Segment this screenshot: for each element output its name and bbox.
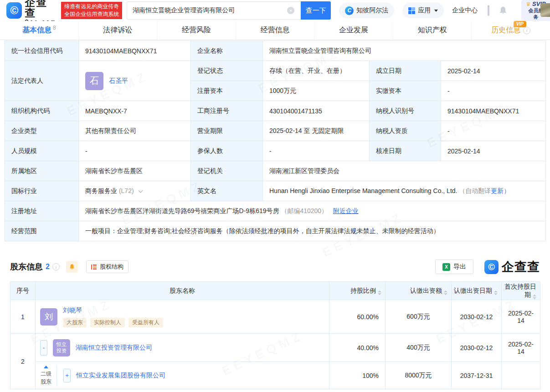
shareholder-link[interactable]: 恒立实业发展集团股份有限公司 [76, 372, 165, 380]
col-date-sort[interactable]: 认缴出资日期 [452, 282, 502, 300]
tab-operation-info[interactable]: 经营信息 [236, 21, 315, 40]
biz-reg-no-value: 430104001471135 [263, 101, 370, 121]
establish-date-value: 2025-02-14 [441, 61, 546, 81]
row1-date: 2030-02-12 [452, 300, 502, 334]
zhibi-alpha-icon: C [345, 6, 354, 15]
tab-legal-litigation[interactable]: 法律诉讼 [79, 21, 158, 40]
org-code-label: 组织机构代码 [5, 101, 79, 121]
shareholders-header: 股东信息 2 i 股权结构 X 导出 © 企查查 [10, 259, 540, 275]
apps-grid-icon [408, 7, 415, 14]
equity-chart-icon [91, 264, 97, 270]
tag-actual-controller: 实际控制人 [90, 318, 125, 327]
shareholder-avatar: 恒立 投资 [53, 339, 70, 356]
collapse-button[interactable]: - [40, 340, 47, 356]
shareholders-count: 2 [46, 263, 50, 271]
legal-rep-avatar: 石 [85, 72, 103, 90]
equity-structure-button[interactable]: 股权结构 [86, 260, 129, 273]
sort-icon [533, 295, 536, 299]
subrow-ratio: 100% [329, 362, 386, 389]
search-bar: × 查一下 [127, 1, 331, 20]
tab-company-development[interactable]: 企业发展 [314, 21, 393, 40]
tab-basic-info[interactable]: 基本信息 8 [0, 21, 79, 40]
crown-icon: ♛ [526, 1, 531, 8]
reg-authority-label: 登记机关 [191, 161, 263, 181]
history-info-icon[interactable]: i [523, 27, 530, 34]
mobile-app-icon[interactable] [488, 5, 489, 16]
table-row: 法定代表人 石 石圣平 登记状态 存续（在营、开业、在册） 成立日期 2025-… [5, 61, 546, 81]
second-level-text: 二级股东 [40, 370, 52, 386]
reg-authority-value: 湖南湘江新区管理委员会 [263, 161, 546, 181]
industry-expand-icon[interactable] [139, 188, 143, 193]
industry-code: (L72) [119, 187, 134, 194]
nearby-companies-link[interactable]: 附近企业 [333, 207, 359, 214]
col-first-date-sort[interactable]: 首次持股日期 [502, 282, 540, 300]
shareholders-info-icon[interactable]: i [52, 263, 60, 270]
reg-capital-label: 注册资本 [191, 81, 263, 101]
col-amount-label: 认缴出资额 [410, 287, 442, 294]
reg-status-label: 登记状态 [191, 61, 263, 81]
reg-capital-value: 1000万元 [263, 81, 370, 101]
shareholders-table-header: 序号 股东名称 持股比例 认缴出资额 认缴出资日期 首次持股日期 [10, 282, 540, 300]
approval-date-value: 2025-02-14 [441, 141, 546, 161]
col-no: 序号 [10, 282, 36, 300]
caret-down-icon [434, 10, 438, 12]
apps-menu-button[interactable]: 应用 [402, 3, 444, 18]
apps-label: 应用 [418, 6, 431, 15]
shareholders-section: 股东信息 2 i 股权结构 X 导出 © 企查查 序号 [0, 259, 550, 389]
insured-count-value: - [263, 141, 370, 161]
tab-history-info[interactable]: VIP 历史信息 i [472, 21, 550, 40]
biz-scope-value: 一般项目：企业管理;财务咨询;社会经济咨询服务（除依法须经批准的项目外，自主开展… [79, 221, 546, 241]
enterprise-center-link[interactable]: 企业中心 [452, 6, 478, 15]
clear-glyph: × [289, 8, 292, 13]
notification-bell-icon[interactable] [499, 6, 508, 15]
triangle-up-icon[interactable] [44, 366, 48, 368]
logo-title: 企查查 [25, 0, 57, 18]
tab-legal-litigation-label: 法律诉讼 [103, 25, 132, 35]
tab-operation-risk[interactable]: 经营风险 [157, 21, 236, 40]
qcc-logo[interactable]: © 企查查 Qcc.com [6, 0, 57, 24]
legal-rep-label: 法定代表人 [5, 61, 79, 101]
subrow-name-cell: 二级股东 + 恒立实业发展集团股份有限公司 [36, 362, 329, 389]
table-row: 国标行业 商务服务业 (L72) 英文名 Hunan Hengli Jinxia… [5, 181, 546, 201]
shareholder-avatar: 刘 [40, 308, 57, 326]
translate-update-link[interactable]: 更新） [491, 187, 510, 194]
shareholder-link[interactable]: 湖南恒立投资管理有限公司 [76, 344, 152, 352]
sort-icon [494, 290, 498, 295]
tab-intellectual-property-label: 知识产权 [418, 25, 447, 35]
row2-amount: 400万元 [386, 334, 452, 362]
equity-structure-label: 股权结构 [100, 263, 123, 271]
tab-intellectual-property[interactable]: 知识产权 [393, 21, 472, 40]
search-button[interactable]: 查一下 [301, 1, 331, 20]
company-tab-bar: 基本信息 8 法律诉讼 经营风险 经营信息 企业发展 知识产权 VIP 历史信息… [0, 21, 550, 40]
table-row: 组织机构代码 MAEBQNXX-7 工商注册号 430104001471135 … [5, 101, 546, 121]
col-ratio-sort[interactable]: 持股比例 [329, 282, 386, 300]
table-row: 企业类型 其他有限责任公司 营业期限 2025-02-14 至 无固定期限 纳税… [5, 121, 546, 141]
industry-label: 国标行业 [5, 181, 79, 201]
sort-icon [378, 290, 381, 295]
establish-date-label: 成立日期 [370, 61, 441, 81]
user-avatar[interactable] [540, 3, 550, 17]
staff-size-label: 人员规模 [5, 141, 79, 161]
monitor-bell-button[interactable] [66, 261, 78, 273]
expand-button[interactable]: + [63, 369, 71, 382]
shareholders-title: 股东信息 [10, 261, 43, 272]
row2-date: 2030-02-12 [452, 334, 502, 362]
shareholder-subrow: 二级股东 + 恒立实业发展集团股份有限公司 100% 8000万元 2037-1… [10, 362, 540, 389]
legal-rep-link[interactable]: 石圣平 [109, 77, 128, 85]
avatar-line2: 投资 [57, 348, 67, 354]
biz-term-label: 营业期限 [191, 121, 263, 141]
shareholder-row-2: 2 - 恒立 投资 湖南恒立投资管理有限公司 40.00% 400万元 2030… [10, 334, 540, 362]
company-type-label: 企业类型 [5, 121, 79, 141]
english-name-cell: Hunan Hengli Jinxiao Enterprise Manageme… [263, 181, 546, 201]
zhibi-alpha-button[interactable]: C 知彼阿尔法 [339, 3, 394, 18]
export-button[interactable]: X 导出 [435, 260, 473, 274]
legal-rep-cell: 石 石圣平 [79, 61, 191, 101]
company-name-value: 湖南恒立晋晓企业管理咨询有限公司 [263, 41, 546, 61]
tab-operation-info-label: 经营信息 [261, 25, 290, 35]
org-code-value: MAEBQNXX-7 [79, 101, 191, 121]
table-row: 人员规模 - 参保人数 - 核准日期 2025-02-14 [5, 141, 546, 161]
search-input[interactable] [127, 1, 301, 20]
shareholder-link[interactable]: 刘晓琴 [63, 306, 82, 314]
row1-ratio: 60.00% [329, 300, 386, 334]
col-amount-sort[interactable]: 认缴出资额 [386, 282, 452, 300]
